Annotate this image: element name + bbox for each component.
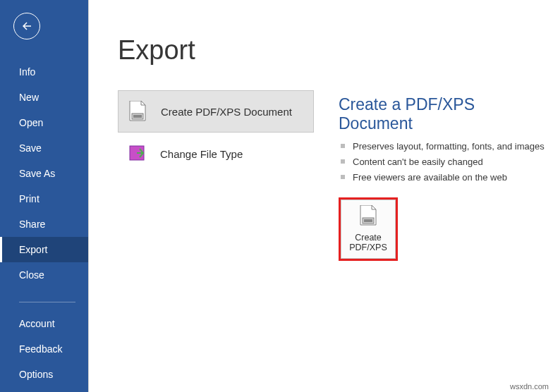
pdf-document-icon xyxy=(359,205,377,228)
svg-rect-1 xyxy=(133,115,142,118)
sidebar-item-info[interactable]: Info xyxy=(0,59,88,85)
sidebar-item-feedback[interactable]: Feedback xyxy=(0,336,88,362)
option-create-pdf-xps[interactable]: Create PDF/XPS Document xyxy=(118,90,314,133)
sidebar-menu-bottom: Account Feedback Options xyxy=(0,311,88,387)
sidebar-item-new[interactable]: New xyxy=(0,85,88,110)
sidebar-item-print[interactable]: Print xyxy=(0,186,88,212)
sidebar-item-save[interactable]: Save xyxy=(0,135,88,161)
sidebar-item-options[interactable]: Options xyxy=(0,362,88,387)
sidebar-item-account[interactable]: Account xyxy=(0,311,88,336)
sidebar-item-open[interactable]: Open xyxy=(0,110,88,135)
svg-rect-4 xyxy=(364,219,372,222)
sidebar-item-close[interactable]: Close xyxy=(0,262,88,288)
sidebar-item-export[interactable]: Export xyxy=(0,237,88,262)
back-button[interactable] xyxy=(13,13,40,39)
export-option-list: Create PDF/XPS Document Change File Type xyxy=(118,90,314,175)
backstage-sidebar: Info New Open Save Save As Print Share E… xyxy=(0,0,88,392)
option-change-file-type[interactable]: Change File Type xyxy=(118,133,314,175)
sidebar-item-save-as[interactable]: Save As xyxy=(0,161,88,186)
export-options-panel: Export Create PDF/XPS Document xyxy=(88,0,314,392)
export-detail-panel: Create a PDF/XPS Document Preserves layo… xyxy=(314,0,553,392)
sidebar-menu-top: Info New Open Save Save As Print Share E… xyxy=(0,59,88,288)
detail-bullet: Free viewers are available on the web xyxy=(339,170,546,185)
detail-bullet: Content can't be easily changed xyxy=(339,154,546,170)
detail-bullet-list: Preserves layout, formatting, fonts, and… xyxy=(339,139,546,186)
arrow-left-icon xyxy=(20,20,33,32)
option-label: Change File Type xyxy=(160,148,243,160)
sidebar-item-share[interactable]: Share xyxy=(0,212,88,237)
option-label: Create PDF/XPS Document xyxy=(161,106,292,118)
pdf-document-icon xyxy=(127,100,148,123)
change-file-type-icon xyxy=(126,142,147,165)
watermark: wsxdn.com xyxy=(510,382,549,391)
detail-bullet: Preserves layout, formatting, fonts, and… xyxy=(339,139,546,154)
create-pdf-xps-button[interactable]: CreatePDF/XPS xyxy=(339,197,398,261)
content-divider xyxy=(88,0,89,392)
page-title: Export xyxy=(118,35,314,66)
sidebar-divider xyxy=(19,302,75,302)
main-content: Export Create PDF/XPS Document xyxy=(88,0,553,392)
create-button-label: CreatePDF/XPS xyxy=(349,233,387,253)
detail-title: Create a PDF/XPS Document xyxy=(339,95,546,133)
